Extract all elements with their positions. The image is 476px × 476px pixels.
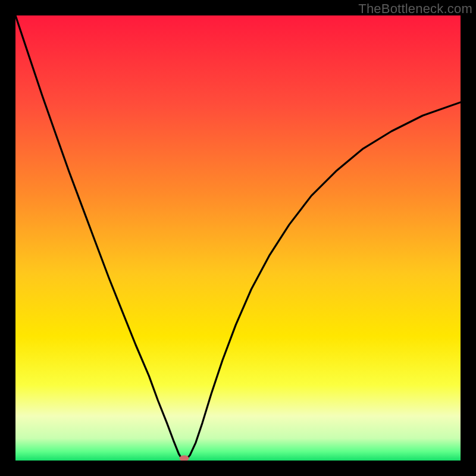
bottleneck-chart — [15, 15, 461, 461]
chart-frame — [15, 15, 461, 461]
watermark-text: TheBottleneck.com — [358, 1, 472, 17]
gradient-background — [15, 15, 461, 461]
